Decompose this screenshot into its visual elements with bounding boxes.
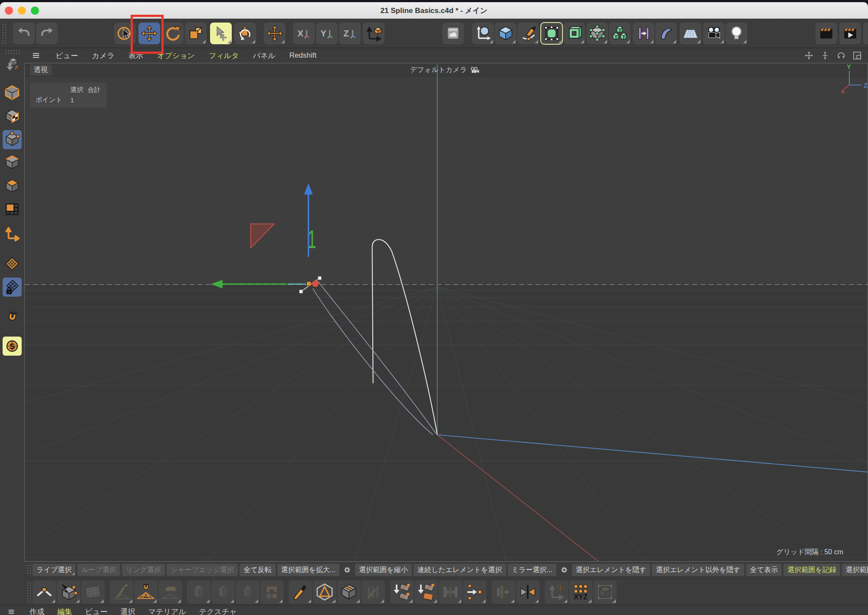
plane-cut-button[interactable] bbox=[362, 580, 385, 604]
loop-selection-button[interactable]: ループ選択 bbox=[77, 564, 120, 576]
commandbar-grip-handle[interactable] bbox=[26, 564, 31, 576]
live-selection-button[interactable]: ライブ選択 bbox=[33, 564, 76, 576]
selection-settings-gear-button[interactable] bbox=[341, 564, 353, 576]
camera-label[interactable]: デフォルトカメラ bbox=[410, 65, 480, 75]
floor-environment-button[interactable] bbox=[680, 23, 701, 44]
viewport-menu-camera[interactable]: カメラ bbox=[92, 51, 115, 61]
selection-settings-gear-button[interactable] bbox=[558, 564, 570, 576]
extrude-inner-button[interactable] bbox=[211, 580, 235, 604]
split-button[interactable] bbox=[414, 580, 438, 604]
knife-button[interactable] bbox=[289, 580, 312, 604]
render-clapper-button[interactable] bbox=[815, 23, 837, 44]
render-picture-viewer-button[interactable] bbox=[839, 23, 861, 44]
stitch-sew-button[interactable] bbox=[492, 580, 515, 604]
rotate-button[interactable] bbox=[162, 23, 184, 44]
bottom-menu-view[interactable]: ビュー bbox=[85, 607, 108, 615]
fields-cube-button[interactable] bbox=[586, 23, 608, 44]
iron-button[interactable] bbox=[158, 580, 182, 604]
tweak-rotate-button[interactable] bbox=[234, 23, 256, 44]
hide-unselected-button[interactable]: 選択エレメント以外を隠す bbox=[652, 564, 744, 576]
shrink-selection-button[interactable]: 選択範囲を縮小 bbox=[355, 564, 411, 576]
deformer-bend-button[interactable] bbox=[655, 23, 677, 44]
bottom-menu-create[interactable]: 作成 bbox=[30, 607, 44, 615]
volume-mesh-button[interactable] bbox=[563, 23, 585, 44]
model-mode-button[interactable] bbox=[3, 83, 22, 102]
viewport-menu-filter[interactable]: フィルタ bbox=[209, 51, 239, 61]
bottom-menu-icon[interactable] bbox=[6, 608, 16, 615]
polygon-mode-button[interactable] bbox=[3, 177, 22, 196]
texture-mode-button[interactable] bbox=[3, 107, 22, 126]
matrix-extrude-button[interactable] bbox=[236, 580, 259, 604]
smooth-shift-button[interactable] bbox=[260, 580, 283, 604]
untriangulate-button[interactable] bbox=[313, 580, 336, 604]
toolbar-grip-handle[interactable] bbox=[2, 23, 7, 43]
workplane-mode-button[interactable] bbox=[3, 254, 22, 273]
scale-button[interactable] bbox=[185, 23, 207, 44]
disconnect-button[interactable] bbox=[390, 580, 414, 604]
set-xyz-button[interactable]: XYZ bbox=[569, 580, 592, 604]
grow-selection-button[interactable]: 選択範囲を拡大... bbox=[277, 564, 340, 576]
spline-pen-button[interactable] bbox=[517, 23, 539, 44]
viewport-menu-icon[interactable] bbox=[30, 51, 42, 60]
edge-mode-button[interactable] bbox=[3, 153, 22, 172]
coordinate-system-button[interactable] bbox=[363, 23, 385, 44]
collapse-button[interactable] bbox=[439, 580, 462, 604]
sharp-edge-selection-button[interactable]: シャープエッジ選択 bbox=[167, 564, 238, 576]
character-morph-button[interactable] bbox=[633, 23, 654, 44]
set-point-value-button[interactable] bbox=[463, 580, 487, 604]
redo-button[interactable] bbox=[36, 23, 58, 44]
axis-mode-button[interactable] bbox=[3, 225, 22, 244]
mirror-selection-button[interactable]: ミラー選択... bbox=[508, 564, 556, 576]
render-settings-button[interactable] bbox=[863, 23, 868, 44]
subdivide-button[interactable] bbox=[81, 580, 105, 604]
select-connected-button[interactable]: 連続したエレメントを選択 bbox=[414, 564, 506, 576]
cage-deform-button[interactable] bbox=[593, 580, 617, 604]
invert-all-button[interactable]: 全て反転 bbox=[240, 564, 275, 576]
bottom-menu-edit[interactable]: 編集 bbox=[57, 607, 72, 615]
polygon-pen-button[interactable] bbox=[57, 580, 80, 604]
unhide-all-button[interactable]: 全て表示 bbox=[746, 564, 782, 576]
extrude-button[interactable] bbox=[187, 580, 210, 604]
cube-primitive-button[interactable] bbox=[495, 23, 516, 44]
make-editable-button[interactable] bbox=[3, 56, 22, 75]
undo-button[interactable] bbox=[13, 23, 35, 44]
view-maximize-icon[interactable] bbox=[852, 51, 862, 60]
viewport[interactable]: 1 Y Z x 透視 デフォルトカメラ bbox=[24, 63, 868, 562]
tweak-cursor-button[interactable] bbox=[210, 23, 232, 44]
convert-selection-button[interactable]: 選択範囲を変換 bbox=[842, 564, 868, 576]
ring-selection-button[interactable]: リング選択 bbox=[122, 564, 165, 576]
tangent-handle-left[interactable] bbox=[299, 290, 303, 293]
brush-button[interactable] bbox=[110, 580, 133, 604]
view-dolly-icon[interactable] bbox=[820, 51, 830, 60]
bottom-menu-material[interactable]: マテリアル bbox=[148, 607, 186, 615]
viewport-menu-panel[interactable]: パネル bbox=[253, 51, 276, 61]
snap-settings-button[interactable] bbox=[3, 308, 22, 327]
axis-transform-button[interactable] bbox=[545, 580, 568, 604]
camera-object-button[interactable] bbox=[703, 23, 725, 44]
viewport-menu-redshift[interactable]: Redshift bbox=[289, 51, 316, 60]
bottom-menu-select[interactable]: 選択 bbox=[121, 607, 135, 615]
weld-button[interactable] bbox=[516, 580, 539, 604]
quantize-settings-button[interactable]: S bbox=[3, 337, 22, 356]
lock-workplane-button[interactable] bbox=[3, 278, 22, 297]
selected-point[interactable] bbox=[312, 281, 319, 287]
axis-ball-button[interactable] bbox=[472, 23, 494, 44]
create-point-button[interactable] bbox=[33, 580, 56, 604]
gizmo-origin-handle[interactable] bbox=[307, 281, 311, 286]
view-type-label[interactable]: 透視 bbox=[30, 65, 52, 75]
cloud-box-button[interactable] bbox=[442, 23, 464, 44]
point-mode-button[interactable] bbox=[3, 130, 22, 149]
edge-cut-button[interactable] bbox=[337, 580, 361, 604]
toolrow-grip-handle[interactable] bbox=[26, 582, 32, 602]
light-object-button[interactable] bbox=[726, 23, 747, 44]
magnet-button[interactable] bbox=[134, 580, 158, 604]
subdivision-surface-button[interactable] bbox=[541, 23, 562, 44]
mograph-cloner-button[interactable] bbox=[609, 23, 631, 44]
view-rotate-icon[interactable] bbox=[836, 51, 846, 60]
sidebar-grip-handle[interactable] bbox=[5, 49, 20, 54]
view-pan-icon[interactable] bbox=[804, 51, 814, 60]
record-selection-button[interactable]: 選択範囲を記録 bbox=[783, 564, 840, 576]
lock-z-button[interactable]: Z bbox=[339, 23, 361, 44]
tangent-handle-right[interactable] bbox=[318, 276, 322, 280]
move-axes-button[interactable] bbox=[264, 23, 286, 44]
